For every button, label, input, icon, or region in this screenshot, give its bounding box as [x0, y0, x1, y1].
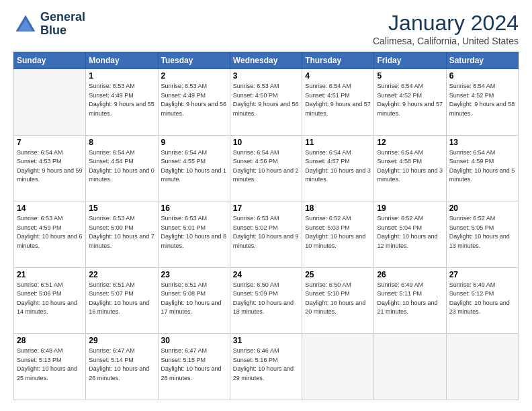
week-row-2: 7Sunrise: 6:54 AMSunset: 4:53 PMDaylight… [14, 135, 519, 201]
day-number: 14 [17, 203, 83, 213]
day-cell: 23Sunrise: 6:51 AMSunset: 5:08 PMDayligh… [158, 267, 230, 334]
day-info: Sunrise: 6:54 AMSunset: 4:55 PMDaylight:… [161, 148, 227, 185]
day-info: Sunrise: 6:47 AMSunset: 5:14 PMDaylight:… [89, 347, 154, 383]
week-row-5: 28Sunrise: 6:48 AMSunset: 5:13 PMDayligh… [14, 334, 519, 400]
day-info: Sunrise: 6:53 AMSunset: 4:49 PMDaylight:… [161, 82, 227, 118]
day-info: Sunrise: 6:46 AMSunset: 5:16 PMDaylight:… [233, 347, 299, 383]
day-info: Sunrise: 6:54 AMSunset: 4:52 PMDaylight:… [377, 82, 443, 118]
weekday-header-thursday: Thursday [302, 52, 374, 69]
day-info: Sunrise: 6:49 AMSunset: 5:12 PMDaylight:… [449, 281, 515, 317]
calendar: SundayMondayTuesdayWednesdayThursdayFrid… [13, 52, 519, 400]
day-cell: 14Sunrise: 6:53 AMSunset: 4:59 PMDayligh… [14, 201, 86, 268]
day-number: 4 [305, 71, 371, 81]
day-info: Sunrise: 6:50 AMSunset: 5:09 PMDaylight:… [233, 281, 299, 317]
day-cell: 31Sunrise: 6:46 AMSunset: 5:16 PMDayligh… [230, 334, 302, 400]
day-cell: 25Sunrise: 6:50 AMSunset: 5:10 PMDayligh… [302, 267, 374, 334]
day-number: 19 [377, 203, 443, 213]
day-info: Sunrise: 6:53 AMSunset: 4:59 PMDaylight:… [17, 214, 83, 250]
logo: General Blue [13, 11, 85, 38]
day-info: Sunrise: 6:53 AMSunset: 5:00 PMDaylight:… [89, 214, 154, 250]
day-cell: 13Sunrise: 6:54 AMSunset: 4:59 PMDayligh… [446, 135, 518, 201]
day-cell [374, 334, 446, 400]
day-cell [446, 334, 518, 400]
weekday-header-wednesday: Wednesday [230, 52, 302, 69]
day-cell [14, 69, 86, 136]
day-number: 20 [449, 203, 515, 213]
day-info: Sunrise: 6:54 AMSunset: 4:53 PMDaylight:… [17, 148, 83, 185]
weekday-header-sunday: Sunday [14, 52, 86, 69]
day-number: 11 [305, 138, 371, 147]
day-cell: 2Sunrise: 6:53 AMSunset: 4:49 PMDaylight… [158, 69, 230, 136]
day-number: 13 [449, 138, 515, 147]
day-number: 30 [161, 336, 227, 345]
day-cell: 19Sunrise: 6:52 AMSunset: 5:04 PMDayligh… [374, 201, 446, 268]
day-info: Sunrise: 6:54 AMSunset: 4:51 PMDaylight:… [305, 82, 371, 118]
day-info: Sunrise: 6:52 AMSunset: 5:03 PMDaylight:… [305, 214, 371, 250]
weekday-header-saturday: Saturday [446, 52, 518, 69]
day-cell: 24Sunrise: 6:50 AMSunset: 5:09 PMDayligh… [230, 267, 302, 334]
weekday-header-row: SundayMondayTuesdayWednesdayThursdayFrid… [14, 52, 519, 69]
page: General Blue January 2024 Calimesa, Cali… [0, 0, 532, 411]
day-cell: 20Sunrise: 6:52 AMSunset: 5:05 PMDayligh… [446, 201, 518, 268]
day-info: Sunrise: 6:52 AMSunset: 5:05 PMDaylight:… [449, 214, 515, 250]
day-number: 24 [233, 270, 299, 279]
day-number: 1 [89, 71, 154, 81]
title-block: January 2024 Calimesa, California, Unite… [373, 11, 519, 46]
logo-icon [13, 12, 38, 36]
weekday-header-tuesday: Tuesday [158, 52, 230, 69]
day-cell: 30Sunrise: 6:47 AMSunset: 5:15 PMDayligh… [158, 334, 230, 400]
day-cell: 15Sunrise: 6:53 AMSunset: 5:00 PMDayligh… [86, 201, 158, 268]
day-cell: 9Sunrise: 6:54 AMSunset: 4:55 PMDaylight… [158, 135, 230, 201]
day-cell: 27Sunrise: 6:49 AMSunset: 5:12 PMDayligh… [446, 267, 518, 334]
day-number: 29 [89, 336, 154, 345]
day-number: 8 [89, 138, 154, 147]
day-info: Sunrise: 6:50 AMSunset: 5:10 PMDaylight:… [305, 281, 371, 317]
logo-text: General Blue [40, 11, 85, 38]
week-row-3: 14Sunrise: 6:53 AMSunset: 4:59 PMDayligh… [14, 201, 519, 268]
day-cell: 7Sunrise: 6:54 AMSunset: 4:53 PMDaylight… [14, 135, 86, 201]
day-info: Sunrise: 6:53 AMSunset: 5:01 PMDaylight:… [161, 214, 227, 250]
day-number: 21 [17, 270, 83, 279]
day-cell: 22Sunrise: 6:51 AMSunset: 5:07 PMDayligh… [86, 267, 158, 334]
day-number: 15 [89, 203, 154, 213]
day-info: Sunrise: 6:54 AMSunset: 4:54 PMDaylight:… [89, 148, 154, 185]
day-cell: 3Sunrise: 6:53 AMSunset: 4:50 PMDaylight… [230, 69, 302, 136]
day-number: 28 [17, 336, 83, 345]
day-number: 5 [377, 71, 443, 81]
day-cell: 10Sunrise: 6:54 AMSunset: 4:56 PMDayligh… [230, 135, 302, 201]
day-info: Sunrise: 6:54 AMSunset: 4:58 PMDaylight:… [377, 148, 443, 185]
day-cell: 16Sunrise: 6:53 AMSunset: 5:01 PMDayligh… [158, 201, 230, 268]
day-info: Sunrise: 6:51 AMSunset: 5:07 PMDaylight:… [89, 281, 154, 317]
day-number: 9 [161, 138, 227, 147]
day-info: Sunrise: 6:48 AMSunset: 5:13 PMDaylight:… [17, 347, 83, 383]
location: Calimesa, California, United States [373, 36, 519, 46]
month-title: January 2024 [373, 11, 519, 36]
day-number: 16 [161, 203, 227, 213]
day-cell: 28Sunrise: 6:48 AMSunset: 5:13 PMDayligh… [14, 334, 86, 400]
day-cell: 5Sunrise: 6:54 AMSunset: 4:52 PMDaylight… [374, 69, 446, 136]
day-info: Sunrise: 6:49 AMSunset: 5:11 PMDaylight:… [377, 281, 443, 317]
day-number: 6 [449, 71, 515, 81]
day-info: Sunrise: 6:54 AMSunset: 4:56 PMDaylight:… [233, 148, 299, 185]
weekday-header-friday: Friday [374, 52, 446, 69]
day-number: 17 [233, 203, 299, 213]
day-number: 3 [233, 71, 299, 81]
day-cell: 8Sunrise: 6:54 AMSunset: 4:54 PMDaylight… [86, 135, 158, 201]
day-info: Sunrise: 6:54 AMSunset: 4:52 PMDaylight:… [449, 82, 515, 118]
day-info: Sunrise: 6:53 AMSunset: 4:49 PMDaylight:… [89, 82, 154, 118]
day-cell: 12Sunrise: 6:54 AMSunset: 4:58 PMDayligh… [374, 135, 446, 201]
day-number: 23 [161, 270, 227, 279]
week-row-4: 21Sunrise: 6:51 AMSunset: 5:06 PMDayligh… [14, 267, 519, 334]
day-number: 25 [305, 270, 371, 279]
day-cell: 1Sunrise: 6:53 AMSunset: 4:49 PMDaylight… [86, 69, 158, 136]
day-info: Sunrise: 6:51 AMSunset: 5:08 PMDaylight:… [161, 281, 227, 317]
day-number: 2 [161, 71, 227, 81]
weekday-header-monday: Monday [86, 52, 158, 69]
day-cell: 6Sunrise: 6:54 AMSunset: 4:52 PMDaylight… [446, 69, 518, 136]
day-info: Sunrise: 6:54 AMSunset: 4:59 PMDaylight:… [449, 148, 515, 185]
day-cell: 17Sunrise: 6:53 AMSunset: 5:02 PMDayligh… [230, 201, 302, 268]
day-cell [302, 334, 374, 400]
day-info: Sunrise: 6:51 AMSunset: 5:06 PMDaylight:… [17, 281, 83, 317]
day-cell: 18Sunrise: 6:52 AMSunset: 5:03 PMDayligh… [302, 201, 374, 268]
day-cell: 21Sunrise: 6:51 AMSunset: 5:06 PMDayligh… [14, 267, 86, 334]
